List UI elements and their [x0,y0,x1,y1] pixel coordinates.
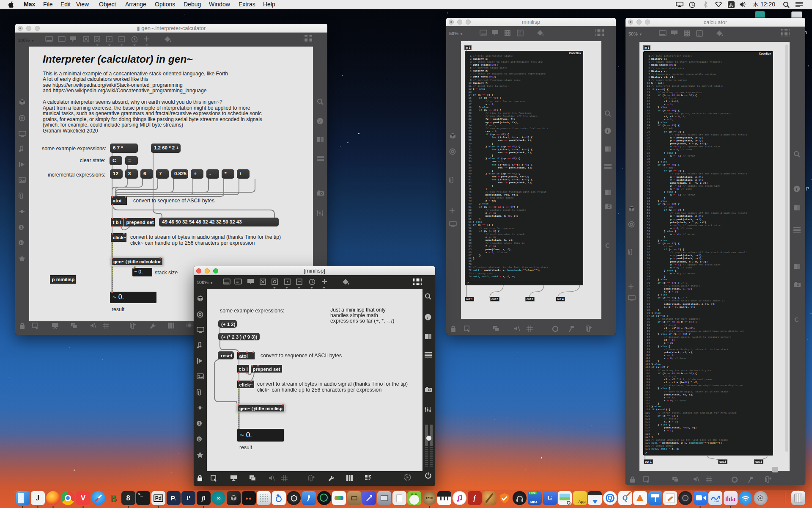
svg-text:intel: intel [714,500,719,502]
svg-text:de: de [518,33,521,36]
svg-text:1: 1 [198,421,201,426]
svg-text:1: 1 [20,225,23,230]
svg-text:b: b [198,437,200,442]
svg-text:m: m [236,280,239,284]
svg-text:m: m [60,38,62,41]
svg-text:de: de [698,33,700,36]
svg-text:b: b [20,240,22,245]
